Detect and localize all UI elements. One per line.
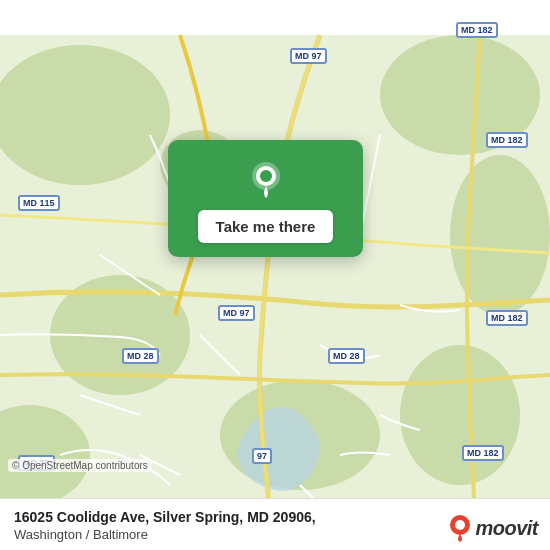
take-me-there-button[interactable]: Take me there — [198, 210, 334, 243]
location-card: Take me there — [168, 140, 363, 257]
moovit-logo: moovit — [449, 514, 538, 542]
svg-point-11 — [260, 170, 272, 182]
map-container: MD 97 MD 182 MD 182 MD 182 MD 115 MD 97 … — [0, 0, 550, 550]
road-label-md97-mid: MD 97 — [218, 305, 255, 321]
road-label-md182-r1: MD 182 — [486, 132, 528, 148]
svg-point-13 — [455, 520, 465, 530]
road-label-md115: MD 115 — [18, 195, 60, 211]
location-pin-icon — [244, 158, 288, 202]
road-label-md182-br: MD 182 — [462, 445, 504, 461]
road-label-md28-l: MD 28 — [122, 348, 159, 364]
road-label-md97-top: MD 97 — [290, 48, 327, 64]
road-label-97-bot: 97 — [252, 448, 272, 464]
road-label-md28-r: MD 28 — [328, 348, 365, 364]
bottom-bar: 16025 Coolidge Ave, Silver Spring, MD 20… — [0, 498, 550, 550]
road-label-md182-r2: MD 182 — [486, 310, 528, 326]
road-label-md182-tr: MD 182 — [456, 22, 498, 38]
city-text: Washington / Baltimore — [14, 527, 148, 542]
map-attribution: © OpenStreetMap contributors — [8, 459, 152, 472]
svg-point-6 — [400, 345, 520, 485]
moovit-pin-icon — [449, 514, 471, 542]
moovit-brand-text: moovit — [475, 517, 538, 540]
